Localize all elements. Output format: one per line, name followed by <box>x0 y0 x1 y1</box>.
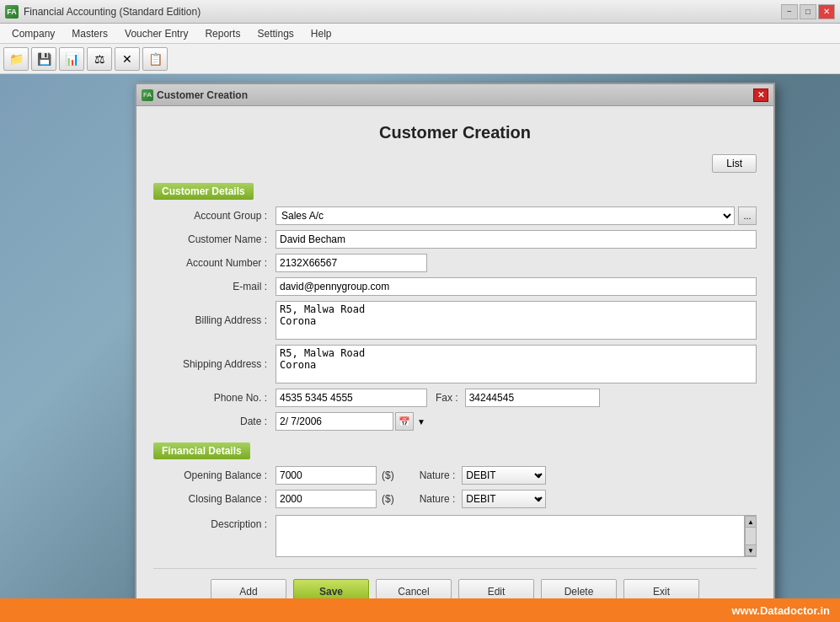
email-input[interactable] <box>276 277 757 296</box>
menu-settings[interactable]: Settings <box>249 26 302 41</box>
account-group-ellipsis-button[interactable]: ... <box>738 206 757 225</box>
maximize-button[interactable]: □ <box>800 4 816 19</box>
account-group-select[interactable]: Sales A/c Purchase A/c Cash A/c Bank A/c <box>276 206 735 225</box>
closing-balance-input[interactable] <box>276 490 377 508</box>
window-controls: − □ ✕ <box>781 4 835 19</box>
customer-name-label: Customer Name : <box>153 233 276 245</box>
billing-address-row: Billing Address : R5, Malwa Road Corona <box>153 301 757 340</box>
closing-currency: ($) <box>382 493 394 505</box>
account-number-input[interactable] <box>276 254 427 272</box>
customer-creation-dialog: FA Customer Creation ✕ Customer Creation… <box>135 83 775 622</box>
account-number-row: Account Number : <box>153 254 757 272</box>
toolbar-chart-button[interactable]: 📊 <box>59 47 84 71</box>
toolbar-cancel-button[interactable]: ✕ <box>115 47 140 71</box>
dialog-title-text: Customer Creation <box>157 89 248 101</box>
shipping-address-row: Shipping Address : R5, Malwa Road Corona <box>153 345 757 383</box>
customer-details-section: Customer Details Account Group : Sales A… <box>153 178 757 431</box>
date-label: Date : <box>153 416 276 427</box>
close-button[interactable]: ✕ <box>818 4 835 19</box>
financial-details-section: Financial Details Opening Balance : ($) … <box>153 437 757 508</box>
account-number-label: Account Number : <box>153 257 276 269</box>
closing-nature-select[interactable]: DEBIT CREDIT <box>462 490 546 508</box>
title-bar: FA Financial Accounting (Standard Editio… <box>0 0 840 24</box>
customer-name-row: Customer Name : <box>153 230 757 249</box>
minimize-button[interactable]: − <box>781 4 798 19</box>
footer-bar: www.Datadoctor.in <box>0 598 840 622</box>
dropdown-arrow-icon[interactable]: ▼ <box>417 417 425 426</box>
dialog-icon: FA <box>142 89 153 101</box>
app-title: Financial Accounting (Standard Edition) <box>24 6 201 18</box>
toolbar: 📁 💾 📊 ⚖ ✕ 📋 <box>0 44 840 74</box>
description-row: Description : ▲ ▼ <box>153 515 757 560</box>
phone-label: Phone No. : <box>153 392 276 404</box>
account-group-row: Account Group : Sales A/c Purchase A/c C… <box>153 206 757 225</box>
date-input[interactable] <box>276 412 393 431</box>
closing-balance-row: Closing Balance : ($) Nature : DEBIT CRE… <box>153 490 757 508</box>
menu-help[interactable]: Help <box>302 26 340 41</box>
opening-currency: ($) <box>382 469 394 481</box>
phone-fax-row: Phone No. : Fax : <box>153 389 757 407</box>
shipping-address-label: Shipping Address : <box>153 358 276 370</box>
list-button[interactable]: List <box>712 154 757 173</box>
main-area: FA Customer Creation ✕ Customer Creation… <box>0 74 840 622</box>
list-button-row: List <box>153 154 757 173</box>
description-input[interactable] <box>276 515 745 557</box>
scroll-up-button[interactable]: ▲ <box>745 516 757 528</box>
dialog-heading: Customer Creation <box>153 123 757 142</box>
opening-balance-label: Opening Balance : <box>153 469 276 481</box>
scroll-down-button[interactable]: ▼ <box>745 544 757 556</box>
calendar-button[interactable]: 📅 <box>395 412 414 431</box>
customer-name-input[interactable] <box>276 230 757 249</box>
dialog-content: Customer Creation List Customer Details … <box>136 106 773 621</box>
menu-voucher-entry[interactable]: Voucher Entry <box>116 26 196 41</box>
opening-nature-select[interactable]: DEBIT CREDIT <box>462 466 546 485</box>
menu-reports[interactable]: Reports <box>196 26 249 41</box>
dialog-close-button[interactable]: ✕ <box>753 88 768 102</box>
fax-label: Fax : <box>436 392 458 404</box>
opening-nature-label: Nature : <box>420 469 456 481</box>
dialog-title-bar: FA Customer Creation ✕ <box>136 84 773 106</box>
email-row: E-mail : <box>153 277 757 296</box>
account-group-label: Account Group : <box>153 210 276 222</box>
closing-balance-label: Closing Balance : <box>153 493 276 505</box>
phone-input[interactable] <box>276 389 427 407</box>
closing-nature-label: Nature : <box>420 493 456 505</box>
footer-text: www.Datadoctor.in <box>731 604 830 617</box>
menu-company[interactable]: Company <box>3 26 63 41</box>
opening-balance-row: Opening Balance : ($) Nature : DEBIT CRE… <box>153 466 757 485</box>
opening-balance-input[interactable] <box>276 466 377 485</box>
financial-details-header: Financial Details <box>153 442 250 459</box>
menu-masters[interactable]: Masters <box>63 26 116 41</box>
customer-details-header: Customer Details <box>153 183 254 200</box>
description-label: Description : <box>153 515 276 530</box>
fax-input[interactable] <box>465 389 600 407</box>
billing-address-label: Billing Address : <box>153 314 276 326</box>
shipping-address-input[interactable]: R5, Malwa Road Corona <box>276 345 757 383</box>
toolbar-open-button[interactable]: 📁 <box>3 47 29 71</box>
toolbar-save-button[interactable]: 💾 <box>31 47 56 71</box>
toolbar-balance-button[interactable]: ⚖ <box>87 47 112 71</box>
date-row: Date : 📅 ▼ <box>153 412 757 431</box>
toolbar-clipboard-button[interactable]: 📋 <box>142 47 168 71</box>
email-label: E-mail : <box>153 281 276 292</box>
dialog-header: Customer Creation <box>153 115 757 154</box>
description-scrollbar[interactable]: ▲ ▼ <box>745 515 757 557</box>
description-textarea-wrapper: ▲ ▼ <box>276 515 757 560</box>
app-icon: FA <box>5 5 19 19</box>
menu-bar: Company Masters Voucher Entry Reports Se… <box>0 24 840 44</box>
billing-address-input[interactable]: R5, Malwa Road Corona <box>276 301 757 340</box>
